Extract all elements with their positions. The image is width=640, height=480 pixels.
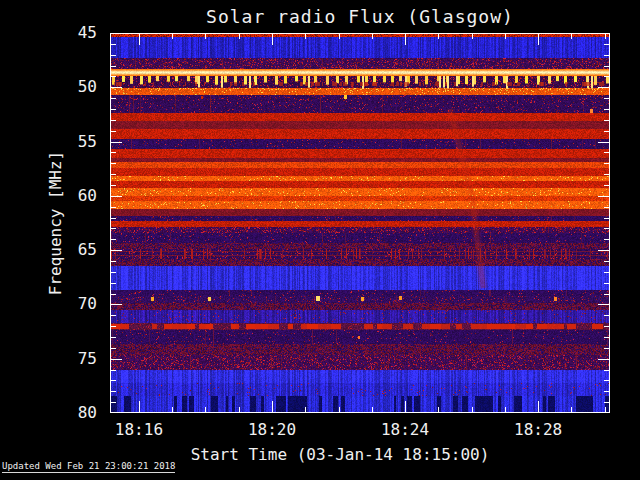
screenshot-root: Solar radio Flux (Glasgow) Frequency [MH… (0, 0, 640, 480)
updated-timestamp: Updated Wed Feb 21 23:00:21 2018 (2, 460, 175, 473)
y-tick-label: 75 (0, 351, 97, 367)
y-tick-label: 80 (0, 405, 97, 421)
y-tick-label: 45 (0, 25, 97, 41)
y-tick-label: 50 (0, 79, 97, 95)
x-tick-label: 18:16 (99, 422, 179, 438)
x-tick-label: 18:28 (498, 422, 578, 438)
y-axis-title: Frequency [MHz] (46, 151, 65, 296)
chart-title: Solar radio Flux (Glasgow) (110, 6, 610, 27)
x-tick-label: 18:24 (365, 422, 445, 438)
y-tick-label: 65 (0, 242, 97, 258)
y-tick-label: 55 (0, 134, 97, 150)
spectrogram-heatmap (110, 33, 610, 413)
y-tick-label: 70 (0, 296, 97, 312)
y-tick-label: 60 (0, 188, 97, 204)
x-tick-label: 18:20 (232, 422, 312, 438)
